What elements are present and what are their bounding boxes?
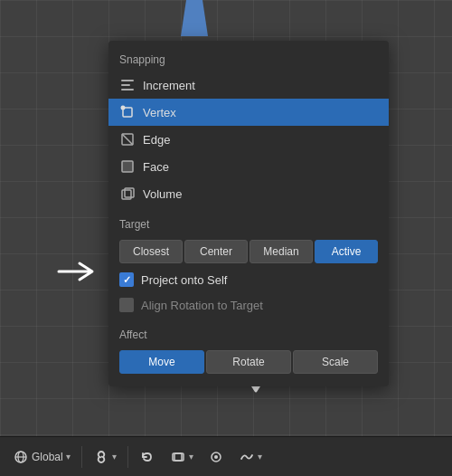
snap-item-edge-label: Edge <box>143 133 170 147</box>
undo-icon <box>139 449 155 465</box>
snap-item-increment-label: Increment <box>143 79 195 92</box>
link-icon <box>93 449 109 465</box>
align-rotation-label: Align Rotation to Target <box>141 299 263 312</box>
svg-rect-15 <box>174 453 182 461</box>
linked-dropdown[interactable]: ▾ <box>88 443 122 471</box>
edge-icon <box>119 131 136 148</box>
align-rotation-row[interactable]: Align Rotation to Target <box>108 292 389 318</box>
svg-point-17 <box>214 455 218 459</box>
snap-icon <box>208 449 224 465</box>
toolbar-sep-2 <box>127 446 128 468</box>
snap-item-edge[interactable]: Edge <box>108 126 389 153</box>
svg-rect-2 <box>121 89 134 90</box>
global-label: Global <box>32 451 63 463</box>
snapping-panel: Snapping Increment Vertex Edge <box>108 41 389 386</box>
project-onto-self-label: Project onto Self <box>141 273 227 287</box>
toolbar-sep-1 <box>81 446 82 468</box>
affect-buttons-row: Move Rotate Scale <box>108 347 389 377</box>
target-closest-button[interactable]: Closest <box>119 240 183 263</box>
affect-scale-button[interactable]: Scale <box>293 350 378 374</box>
global-dropdown[interactable]: Global ▾ <box>7 443 76 471</box>
snap-button[interactable] <box>202 443 230 471</box>
project-onto-self-checkbox[interactable]: ✓ <box>119 272 134 287</box>
increment-icon <box>119 77 136 93</box>
svg-rect-1 <box>121 84 130 86</box>
snap-item-volume[interactable]: Volume <box>108 180 389 207</box>
svg-line-13 <box>100 456 102 458</box>
snap-item-vertex-label: Vertex <box>143 106 176 119</box>
checkmark-icon: ✓ <box>123 275 131 285</box>
snap-item-increment[interactable]: Increment <box>108 71 389 99</box>
target-section-label: Target <box>108 214 389 236</box>
section-divider-1 <box>108 207 389 214</box>
global-icon <box>13 449 29 465</box>
svg-rect-7 <box>122 161 133 172</box>
face-icon <box>119 158 136 175</box>
snap-item-vertex[interactable]: Vertex <box>108 99 389 126</box>
arrow-right-annotation <box>54 258 99 285</box>
snap-item-volume-label: Volume <box>143 187 182 201</box>
snap-item-face-label: Face <box>143 160 169 174</box>
project-onto-self-row[interactable]: ✓ Project onto Self <box>108 267 389 292</box>
svg-point-4 <box>121 106 126 110</box>
snapping-section-label: Snapping <box>108 50 389 71</box>
curve-icon <box>239 449 255 465</box>
affect-move-button[interactable]: Move <box>119 350 204 374</box>
snap-item-face[interactable]: Face <box>108 153 389 180</box>
layers-dropdown[interactable]: ▾ <box>165 443 199 471</box>
svg-line-6 <box>122 134 133 145</box>
bottom-toolbar: Global ▾ ▾ ▾ <box>0 436 452 476</box>
affect-rotate-button[interactable]: Rotate <box>206 350 291 374</box>
svg-rect-0 <box>121 80 134 81</box>
curve-chevron-icon: ▾ <box>258 452 262 462</box>
section-divider-2 <box>108 318 389 325</box>
volume-icon <box>119 186 136 202</box>
undo-button[interactable] <box>134 443 161 471</box>
global-chevron-icon: ▾ <box>66 452 71 462</box>
target-median-button[interactable]: Median <box>250 240 313 263</box>
curve-dropdown[interactable]: ▾ <box>233 443 268 471</box>
linked-chevron-icon: ▾ <box>112 452 117 462</box>
vertex-icon <box>119 104 136 120</box>
layers-chevron-icon: ▾ <box>189 452 193 462</box>
target-buttons-row: Closest Center Median Active <box>108 236 389 267</box>
target-active-button[interactable]: Active <box>315 240 378 263</box>
affect-section-label: Affect <box>108 325 389 347</box>
target-center-button[interactable]: Center <box>184 240 248 263</box>
align-rotation-checkbox[interactable] <box>119 298 134 312</box>
layers-icon <box>170 449 186 465</box>
